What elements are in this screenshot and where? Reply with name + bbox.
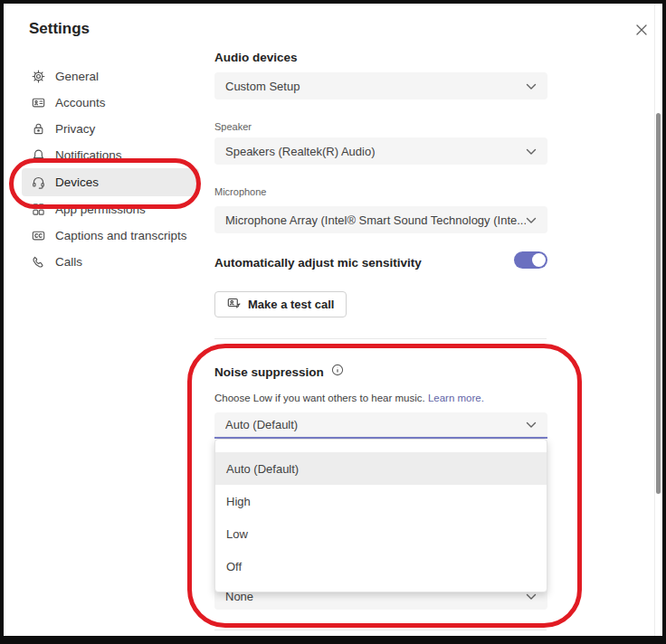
sidebar-item-label: Privacy — [55, 122, 95, 136]
gear-icon — [31, 70, 45, 84]
lock-icon — [31, 122, 45, 137]
apps-icon — [31, 203, 45, 217]
speaker-label: Speaker — [214, 121, 252, 132]
sidebar-item-notifications[interactable]: Notifications — [22, 142, 199, 168]
chevron-down-icon — [526, 213, 537, 227]
chevron-down-icon — [526, 80, 537, 93]
settings-window: Settings General Accounts Privacy — [0, 0, 666, 644]
sidebar-item-general[interactable]: General — [22, 63, 199, 90]
noise-suppression-heading: Noise suppression — [214, 365, 324, 379]
chevron-down-icon — [526, 145, 537, 158]
sidebar-item-devices[interactable]: Devices — [22, 168, 199, 196]
sidebar-item-label: Accounts — [55, 96, 106, 109]
bell-icon — [31, 148, 45, 163]
mic-sensitivity-label: Automatically adjust mic sensitivity — [214, 256, 422, 270]
sidebar-item-label: App permissions — [55, 203, 146, 216]
option-auto-default[interactable]: Auto (Default) — [215, 452, 547, 485]
sidebar-item-accounts[interactable]: Accounts — [22, 90, 199, 116]
info-icon[interactable] — [331, 364, 344, 380]
option-off[interactable]: Off — [215, 550, 547, 582]
noise-suppression-select[interactable]: Auto (Default) — [214, 412, 547, 439]
speaker-select[interactable]: Speakers (Realtek(R) Audio) — [214, 137, 547, 165]
sidebar-item-calls[interactable]: Calls — [22, 249, 199, 275]
audio-devices-heading: Audio devices — [214, 51, 298, 64]
chevron-down-icon — [526, 418, 537, 431]
audio-device-select-value: Custom Setup — [225, 80, 300, 93]
microphone-select[interactable]: Microphone Array (Intel® Smart Sound Tec… — [214, 206, 547, 233]
audio-device-select[interactable]: Custom Setup — [214, 72, 547, 99]
noise-suppression-listbox: Auto (Default) High Low Off — [214, 439, 547, 592]
sidebar-item-label: Devices — [55, 175, 99, 189]
description-text: Choose Low if you want others to hear mu… — [214, 393, 425, 403]
scrollbar-thumb[interactable] — [656, 113, 661, 494]
sidebar-item-label: Captions and transcripts — [55, 229, 187, 242]
id-card-icon — [31, 96, 45, 110]
option-low[interactable]: Low — [215, 517, 547, 550]
sidebar-item-label: General — [55, 70, 99, 83]
close-icon[interactable] — [632, 20, 652, 40]
scrollbar-track — [654, 4, 655, 636]
captions-icon — [31, 229, 45, 243]
sidebar-item-app-permissions[interactable]: App permissions — [22, 196, 199, 223]
section-divider-bottom — [214, 630, 547, 630]
phone-icon — [31, 255, 45, 270]
test-call-icon — [227, 297, 241, 313]
page-title: Settings — [29, 20, 90, 38]
speaker-select-value: Speakers (Realtek(R) Audio) — [225, 145, 375, 158]
sidebar-item-captions[interactable]: Captions and transcripts — [22, 223, 199, 249]
mic-sensitivity-toggle[interactable] — [514, 251, 547, 269]
sidebar-item-privacy[interactable]: Privacy — [22, 116, 199, 142]
section-divider — [214, 338, 547, 339]
sidebar-item-label: Notifications — [55, 148, 122, 162]
toggle-knob — [532, 253, 546, 267]
noise-suppression-description: Choose Low if you want others to hear mu… — [214, 393, 484, 403]
headset-icon — [31, 175, 45, 190]
make-test-call-button[interactable]: Make a test call — [214, 291, 347, 317]
make-test-call-label: Make a test call — [248, 298, 334, 311]
microphone-label: Microphone — [214, 186, 266, 197]
noise-suppression-select-value: Auto (Default) — [225, 418, 298, 431]
option-high[interactable]: High — [215, 485, 547, 517]
sidebar: General Accounts Privacy Notifications D — [22, 63, 199, 275]
learn-more-link[interactable]: Learn more. — [428, 393, 484, 403]
sidebar-item-label: Calls — [55, 255, 82, 269]
microphone-select-value: Microphone Array (Intel® Smart Sound Tec… — [225, 213, 526, 227]
